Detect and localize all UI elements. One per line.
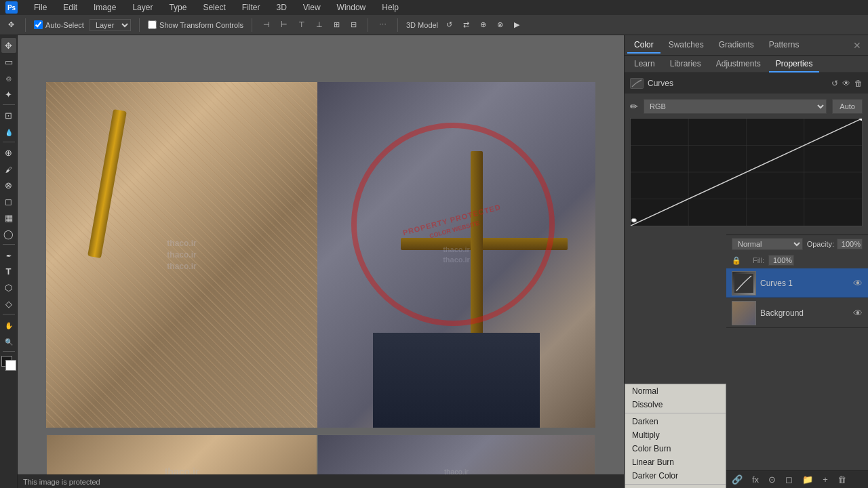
fx-btn[interactable]: fx	[749, 473, 762, 486]
curves-eye-btn[interactable]: 👁	[842, 79, 850, 88]
heal-tool[interactable]	[1, 145, 16, 160]
toolbar-separator-2	[139, 18, 140, 32]
menu-filter[interactable]: Filter	[239, 1, 263, 14]
canvas-image-right: thaco.irthaco.ir	[317, 82, 595, 428]
folder-btn[interactable]: 📁	[800, 473, 816, 486]
3d-btn-4[interactable]: ⊗	[494, 19, 506, 30]
tab-properties[interactable]: Properties	[769, 56, 820, 73]
curves-trash-btn[interactable]: 🗑	[854, 79, 863, 88]
marquee-tool[interactable]	[1, 54, 16, 69]
hand-tool[interactable]	[1, 317, 16, 332]
delete-layer-btn[interactable]: 🗑	[835, 473, 849, 486]
pen-tool[interactable]	[1, 247, 16, 262]
gradient-tool[interactable]	[1, 210, 16, 225]
link-btn[interactable]: 🔗	[729, 473, 745, 486]
menu-window[interactable]: Window	[334, 1, 369, 14]
menu-view[interactable]: View	[300, 1, 323, 14]
blend-dissolve[interactable]: Dissolve	[625, 398, 726, 411]
curves-layer-eye[interactable]: 👁	[853, 278, 863, 289]
curves-pencil-icon[interactable]: ✏	[630, 101, 638, 112]
align-left-btn[interactable]: ⊣	[260, 19, 273, 30]
menu-layer[interactable]: Layer	[130, 1, 155, 14]
blur-tool[interactable]	[1, 226, 16, 241]
transform-checkbox[interactable]	[148, 20, 157, 29]
zoom-tool[interactable]	[1, 333, 16, 348]
fill-input[interactable]	[768, 255, 794, 266]
menu-help[interactable]: Help	[379, 1, 401, 14]
tab-color[interactable]: Color	[627, 37, 660, 54]
new-layer-btn[interactable]: +	[820, 473, 831, 486]
adjustment-btn[interactable]: ⊙	[766, 473, 778, 486]
eyedropper-tool[interactable]	[1, 124, 16, 139]
canvas-image-left: thaco.irthaco.irthaco.ir	[46, 82, 317, 428]
move-tool-btn[interactable]: ✥	[5, 19, 17, 30]
layer-item-curves[interactable]: Curves 1 👁	[726, 268, 868, 298]
curves-reset-btn[interactable]: ↺	[831, 79, 838, 88]
blend-darken[interactable]: Darken	[625, 415, 726, 428]
panel-close-btn[interactable]: ✕	[849, 39, 865, 52]
clone-tool[interactable]	[1, 178, 16, 192]
align-center-v-btn[interactable]: ⊞	[331, 19, 342, 30]
tab-libraries[interactable]: Libraries	[663, 56, 708, 73]
move-tool[interactable]	[1, 38, 16, 53]
svg-point-9	[631, 218, 636, 222]
left-tool-panel	[0, 35, 18, 488]
align-top-btn[interactable]: ⊥	[313, 19, 326, 30]
menu-image[interactable]: Image	[91, 1, 119, 14]
tab-adjustments[interactable]: Adjustments	[709, 56, 768, 73]
auto-select-checkbox[interactable]	[34, 20, 43, 29]
brush-tool[interactable]	[1, 161, 16, 176]
align-right-btn[interactable]: ⊤	[296, 19, 308, 30]
layer-select[interactable]: Layer Group	[90, 19, 131, 31]
blend-linearburn[interactable]: Linear Burn	[625, 455, 726, 469]
menu-file[interactable]: File	[31, 1, 50, 14]
blend-darkercolor[interactable]: Darker Color	[625, 469, 726, 483]
blend-multiply[interactable]: Multiply	[625, 428, 726, 442]
magic-wand-tool[interactable]	[1, 87, 16, 102]
path-tool[interactable]	[1, 280, 16, 295]
blend-normal[interactable]: Normal	[625, 384, 726, 398]
tab-learn[interactable]: Learn	[627, 56, 662, 73]
crop-tool[interactable]	[1, 108, 16, 123]
3d-btn-5[interactable]: ▶	[511, 19, 522, 30]
menu-3d[interactable]: 3D	[273, 1, 289, 14]
3d-btn-1[interactable]: ↺	[443, 19, 455, 30]
3d-btn-3[interactable]: ⊕	[477, 19, 489, 30]
align-bottom-btn[interactable]: ⊟	[348, 19, 359, 30]
opacity-label: Opacity:	[807, 240, 834, 248]
curves-graph[interactable]	[630, 118, 863, 226]
tab-patterns[interactable]: Patterns	[762, 37, 806, 54]
menu-bar: Ps File Edit Image Layer Type Select Fil…	[0, 0, 868, 15]
bg-layer-eye[interactable]: 👁	[853, 308, 863, 319]
menu-type[interactable]: Type	[166, 1, 189, 14]
blend-colorburn[interactable]: Color Burn	[625, 442, 726, 455]
tool-separator-5	[3, 351, 15, 352]
layers-mode-select[interactable]: Normal	[732, 238, 803, 250]
background-swatch[interactable]	[5, 360, 16, 371]
toolbar-separator-4	[368, 18, 368, 32]
curves-channel-select[interactable]: RGB Red Green Blue	[644, 99, 827, 114]
tab-gradients[interactable]: Gradients	[712, 37, 761, 54]
layer-item-background[interactable]: Background 👁	[726, 298, 868, 328]
more-options-btn[interactable]: ⋯	[376, 19, 389, 30]
lasso-tool[interactable]	[1, 70, 16, 85]
align-center-h-btn[interactable]: ⊢	[278, 19, 290, 30]
blend-mode-container: Normal Dissolve Darken Multiply Color Bu…	[625, 235, 868, 488]
tool-separator-3	[3, 244, 15, 245]
canvas-content[interactable]: thaco.irthaco.irthaco.ir thaco.irthaco.i…	[18, 35, 624, 474]
lock-label: Fill:	[753, 256, 764, 264]
curves-auto-btn[interactable]: Auto	[832, 99, 863, 114]
blend-mode-dropdown[interactable]: Normal Dissolve Darken Multiply Color Bu…	[625, 384, 726, 488]
fg-bg-swatches[interactable]	[1, 356, 16, 371]
opacity-input[interactable]	[837, 239, 863, 249]
menu-select[interactable]: Select	[200, 1, 228, 14]
3d-btn-2[interactable]: ⇄	[460, 19, 472, 30]
layers-bottom-bar: 🔗 fx ⊙ ◻ 📁 + 🗑	[726, 470, 868, 488]
eraser-tool[interactable]	[1, 194, 16, 209]
tab-swatches[interactable]: Swatches	[662, 37, 711, 54]
text-tool[interactable]	[1, 264, 16, 279]
menu-edit[interactable]: Edit	[60, 1, 80, 14]
canvas-wrapper: thaco.irthaco.irthaco.ir thaco.irthaco.i…	[46, 82, 595, 428]
mask-btn[interactable]: ◻	[783, 473, 795, 486]
shape-tool[interactable]	[1, 296, 16, 311]
